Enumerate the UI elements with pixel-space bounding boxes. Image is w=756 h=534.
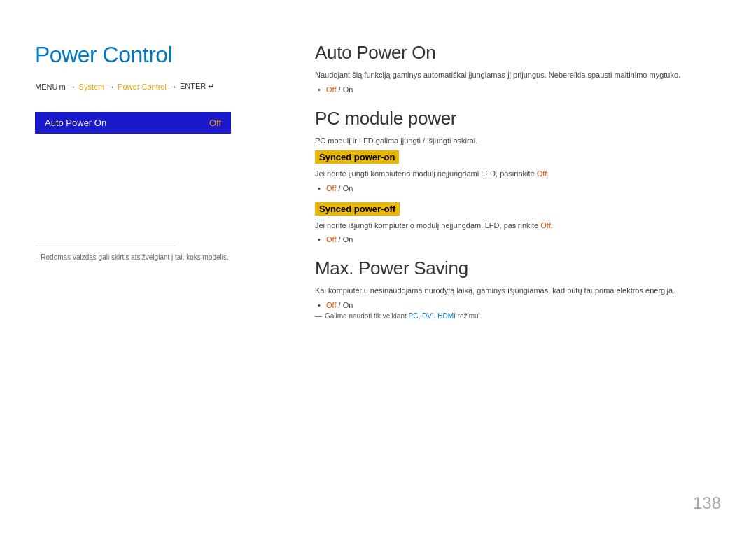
- left-divider: [35, 246, 175, 246]
- section-auto-power-on: Auto Power On Naudojant šią funkciją gam…: [315, 42, 721, 94]
- section-pc-module-power: PC module power PC modulį ir LFD galima …: [315, 108, 721, 244]
- slash: /: [336, 184, 342, 192]
- page-title: Power Control: [35, 42, 273, 68]
- off-label: Off: [326, 235, 336, 244]
- synced-power-on-option: Off / On: [326, 184, 721, 192]
- slash: /: [336, 85, 342, 94]
- auto-power-on-list: Off / On: [315, 85, 721, 94]
- max-power-saving-list: Off / On: [315, 301, 721, 309]
- subsection-synced-power-on: Synced power-on Jei norite įjungti kompi…: [315, 150, 721, 192]
- synced-power-off-desc: Jei norite išjungti kompiuterio modulį n…: [315, 220, 721, 232]
- menu-item-value: Off: [209, 118, 221, 128]
- synced-power-off-option: Off / On: [326, 235, 721, 244]
- pc-module-power-desc: PC modulį ir LFD galima įjungti / išjung…: [315, 135, 721, 147]
- off-label: Off: [326, 301, 336, 309]
- max-power-saving-desc: Kai kompiuteriu nesinaudojama nurodytą l…: [315, 285, 721, 297]
- on-label: On: [343, 85, 354, 94]
- slash: /: [336, 235, 342, 244]
- page-number: 138: [693, 493, 721, 513]
- auto-power-on-desc: Naudojant šią funkciją gaminys automatiš…: [315, 69, 721, 81]
- note-link-pc: PC: [409, 312, 419, 320]
- note-link-hdmi: HDMI: [438, 312, 456, 320]
- on-label: On: [343, 235, 354, 244]
- on-label: On: [343, 301, 354, 309]
- synced-power-off-list: Off / On: [315, 235, 721, 244]
- breadcrumb-system: System: [79, 83, 105, 91]
- note-link-dvi: DVI: [422, 312, 434, 320]
- synced-power-on-desc: Jei norite įjungti kompiuterio modulį ne…: [315, 168, 721, 180]
- menu-item-label: Auto Power On: [45, 118, 106, 128]
- breadcrumb-arrow-1: →: [69, 83, 76, 91]
- right-panel: Auto Power On Naudojant šią funkciją gam…: [301, 42, 721, 506]
- on-label: On: [343, 184, 354, 192]
- subsection-synced-power-off: Synced power-off Jei norite išjungti kom…: [315, 202, 721, 244]
- breadcrumb-menu-icon: m: [59, 83, 65, 91]
- max-power-saving-note: — Galima naudoti tik veikiant PC, DVI, H…: [315, 312, 721, 320]
- breadcrumb-menu: MENU: [35, 83, 57, 91]
- breadcrumb: MENU m → System → Power Control → ENTER …: [35, 82, 273, 91]
- max-power-saving-option: Off / On: [326, 301, 721, 309]
- note-dash: —: [315, 312, 322, 320]
- auto-power-on-title: Auto Power On: [315, 42, 721, 64]
- breadcrumb-arrow-3: →: [169, 83, 177, 91]
- note-text: Galima naudoti tik veikiant PC, DVI, HDM…: [325, 312, 482, 320]
- breadcrumb-arrow-2: →: [107, 83, 115, 91]
- left-panel: Power Control MENU m → System → Power Co…: [35, 42, 301, 506]
- auto-power-on-option: Off / On: [326, 85, 721, 94]
- off-label: Off: [326, 184, 336, 192]
- left-footnote: – Rodomas vaizdas gali skirtis atsižvelg…: [35, 253, 273, 261]
- section-max-power-saving: Max. Power Saving Kai kompiuteriu nesina…: [315, 258, 721, 320]
- synced-power-off-subtitle: Synced power-off: [315, 202, 400, 216]
- synced-power-on-subtitle: Synced power-on: [315, 150, 399, 164]
- synced-power-on-list: Off / On: [315, 184, 721, 192]
- breadcrumb-power-control: Power Control: [118, 83, 167, 91]
- menu-item-auto-power-on[interactable]: Auto Power On Off: [35, 112, 231, 134]
- breadcrumb-enter: ENTER ↵: [180, 82, 214, 91]
- max-power-saving-title: Max. Power Saving: [315, 258, 721, 279]
- pc-module-power-title: PC module power: [315, 108, 721, 129]
- off-label: Off: [326, 85, 336, 94]
- slash: /: [336, 301, 342, 309]
